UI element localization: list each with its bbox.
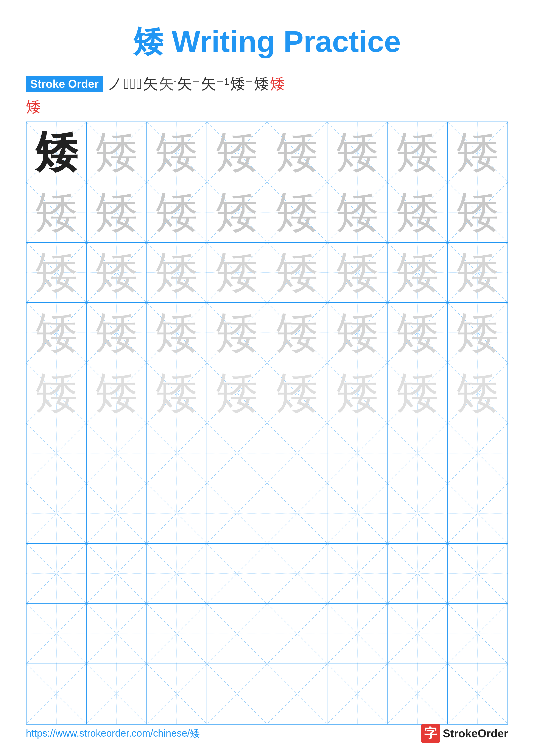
grid-cell-9-5[interactable] [267, 604, 327, 664]
grid-cell-8-1[interactable] [26, 544, 87, 604]
footer-logo-text: StrokeOrder [443, 727, 508, 740]
grid-cell-2-5[interactable]: 矮 [267, 182, 327, 242]
grid-cell-9-4[interactable] [207, 604, 267, 664]
grid-cell-8-4[interactable] [207, 544, 267, 604]
grid-cell-1-4[interactable]: 矮 [207, 122, 267, 182]
grid-cell-5-1[interactable]: 矮 [26, 363, 87, 423]
grid-cell-1-6[interactable]: 矮 [327, 122, 387, 182]
grid-cell-10-6[interactable] [327, 664, 387, 724]
grid-cell-7-4[interactable] [207, 483, 267, 543]
grid-cell-6-5[interactable] [267, 423, 327, 483]
grid-cell-9-3[interactable] [147, 604, 207, 664]
grid-cell-9-1[interactable] [26, 604, 87, 664]
char-display: 矮 [396, 251, 439, 294]
char-display: 矮 [275, 191, 318, 234]
grid-cell-8-8[interactable] [447, 544, 508, 604]
grid-cell-7-2[interactable] [87, 483, 146, 543]
footer-logo: 字 StrokeOrder [421, 724, 508, 743]
grid-cell-10-4[interactable] [207, 664, 267, 724]
stroke-char-2: 𠃋 [124, 75, 129, 92]
grid-cell-8-3[interactable] [147, 544, 207, 604]
grid-cell-4-1[interactable]: 矮 [26, 303, 87, 363]
grid-cell-1-8[interactable]: 矮 [447, 122, 508, 182]
grid-cell-6-3[interactable] [147, 423, 207, 483]
grid-cell-4-7[interactable]: 矮 [387, 303, 447, 363]
grid-cell-4-2[interactable]: 矮 [87, 303, 146, 363]
grid-cell-9-6[interactable] [327, 604, 387, 664]
grid-cell-6-1[interactable] [26, 423, 87, 483]
grid-cell-1-1[interactable]: 矮 [26, 122, 87, 182]
grid-row-1: 矮 矮 矮 矮 矮 [26, 122, 508, 182]
char-display: 矮 [155, 311, 198, 354]
grid-cell-7-8[interactable] [447, 483, 508, 543]
grid-cell-4-3[interactable]: 矮 [147, 303, 207, 363]
grid-cell-3-4[interactable]: 矮 [207, 242, 267, 303]
grid-cell-7-5[interactable] [267, 483, 327, 543]
grid-cell-10-2[interactable] [87, 664, 146, 724]
grid-cell-8-7[interactable] [387, 544, 447, 604]
grid-cell-3-5[interactable]: 矮 [267, 242, 327, 303]
grid-cell-2-2[interactable]: 矮 [87, 182, 146, 242]
grid-cell-3-7[interactable]: 矮 [387, 242, 447, 303]
stroke-char-3: 𠄌 [130, 75, 136, 92]
grid-cell-1-3[interactable]: 矮 [147, 122, 207, 182]
grid-cell-5-8[interactable]: 矮 [447, 363, 508, 423]
grid-cell-9-2[interactable] [87, 604, 146, 664]
grid-cell-5-7[interactable]: 矮 [387, 363, 447, 423]
footer-url[interactable]: https://www.strokeorder.com/chinese/矮 [26, 727, 200, 740]
stroke-char-8: 矢⁻¹ [201, 75, 229, 92]
grid-cell-10-7[interactable] [387, 664, 447, 724]
grid-row-3: 矮 矮 矮 矮 矮 [26, 242, 508, 303]
grid-cell-8-5[interactable] [267, 544, 327, 604]
char-display: 矮 [275, 251, 318, 294]
grid-cell-7-6[interactable] [327, 483, 387, 543]
grid-cell-1-7[interactable]: 矮 [387, 122, 447, 182]
grid-cell-5-5[interactable]: 矮 [267, 363, 327, 423]
grid-cell-10-1[interactable] [26, 664, 87, 724]
grid-cell-3-3[interactable]: 矮 [147, 242, 207, 303]
grid-cell-2-3[interactable]: 矮 [147, 182, 207, 242]
grid-cell-7-7[interactable] [387, 483, 447, 543]
grid-cell-7-1[interactable] [26, 483, 87, 543]
grid-cell-1-2[interactable]: 矮 [87, 122, 146, 182]
grid-cell-3-6[interactable]: 矮 [327, 242, 387, 303]
grid-cell-3-8[interactable]: 矮 [447, 242, 508, 303]
grid-cell-2-8[interactable]: 矮 [447, 182, 508, 242]
grid-cell-1-5[interactable]: 矮 [267, 122, 327, 182]
grid-cell-9-8[interactable] [447, 604, 508, 664]
grid-cell-7-3[interactable] [147, 483, 207, 543]
grid-cell-9-7[interactable] [387, 604, 447, 664]
grid-cell-10-3[interactable] [147, 664, 207, 724]
footer: https://www.strokeorder.com/chinese/矮 字 … [26, 724, 508, 743]
grid-cell-6-8[interactable] [447, 423, 508, 483]
grid-cell-6-7[interactable] [387, 423, 447, 483]
grid-cell-8-2[interactable] [87, 544, 146, 604]
char-display: 矮 [35, 191, 78, 234]
grid-cell-4-8[interactable]: 矮 [447, 303, 508, 363]
grid-cell-4-6[interactable]: 矮 [327, 303, 387, 363]
grid-cell-4-5[interactable]: 矮 [267, 303, 327, 363]
grid-cell-6-4[interactable] [207, 423, 267, 483]
grid-cell-3-1[interactable]: 矮 [26, 242, 87, 303]
grid-cell-5-6[interactable]: 矮 [327, 363, 387, 423]
grid-cell-10-5[interactable] [267, 664, 327, 724]
char-display: 矮 [216, 371, 259, 415]
char-display: 矮 [336, 131, 379, 174]
grid-cell-5-2[interactable]: 矮 [87, 363, 146, 423]
char-display: 矮 [216, 251, 259, 294]
grid-cell-6-2[interactable] [87, 423, 146, 483]
char-display: 矮 [35, 311, 78, 354]
grid-cell-2-7[interactable]: 矮 [387, 182, 447, 242]
grid-cell-5-4[interactable]: 矮 [207, 363, 267, 423]
grid-cell-8-6[interactable] [327, 544, 387, 604]
grid-cell-5-3[interactable]: 矮 [147, 363, 207, 423]
practice-grid: 矮 矮 矮 矮 矮 [26, 122, 508, 724]
char-display: 矮 [95, 251, 138, 294]
grid-cell-2-4[interactable]: 矮 [207, 182, 267, 242]
grid-cell-3-2[interactable]: 矮 [87, 242, 146, 303]
grid-cell-4-4[interactable]: 矮 [207, 303, 267, 363]
grid-cell-6-6[interactable] [327, 423, 387, 483]
grid-cell-2-6[interactable]: 矮 [327, 182, 387, 242]
grid-cell-10-8[interactable] [447, 664, 508, 724]
grid-cell-2-1[interactable]: 矮 [26, 182, 87, 242]
